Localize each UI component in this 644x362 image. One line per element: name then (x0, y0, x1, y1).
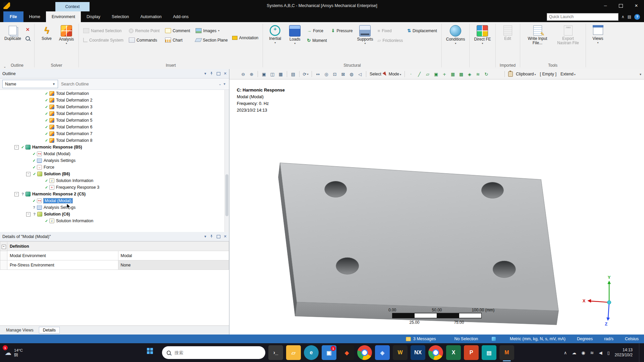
browser-app-icon[interactable] (357, 345, 372, 360)
messages-button[interactable]: 3 Messages (406, 337, 436, 341)
tree-item[interactable]: ✓Solution Information (0, 177, 229, 184)
mode-dropdown[interactable]: Mode▾ (388, 72, 402, 76)
tree-item-label[interactable]: Harmonic Response 2 (C5) (32, 192, 86, 196)
tree-item-label[interactable]: Solution (C6) (44, 212, 70, 217)
image-capture-icon[interactable]: ▣ (260, 70, 268, 78)
app-blue-icon[interactable]: ◈ (375, 345, 390, 360)
minimize-button[interactable]: ─ (598, 0, 613, 11)
tab-automation[interactable]: Automation (135, 11, 167, 22)
tree-item-label[interactable]: Solution Information (56, 219, 93, 223)
title-bar[interactable]: Context Systems A,B,C - Mechanical [Ansy… (0, 0, 644, 11)
rotate-view-icon[interactable]: ⟳▾ (302, 70, 309, 78)
extend-selection-icon[interactable]: ≋ (474, 70, 482, 78)
ribbon-collapse-icon[interactable]: ⌄ (3, 65, 6, 68)
duplicate-button[interactable]: Duplicate (3, 24, 23, 41)
tree-item[interactable]: ✓Analysis Settings (0, 157, 229, 164)
copy-view-icon[interactable]: ▤ (289, 70, 297, 78)
node-filter-icon[interactable]: + (441, 70, 448, 78)
tab-details[interactable]: Details (39, 327, 60, 334)
ansys-mechanical-icon[interactable]: M (499, 345, 514, 360)
tree-item-label[interactable]: Force (44, 165, 54, 170)
frictionless-support-button[interactable]: ▱Frictionless (376, 36, 405, 45)
outline-search-input[interactable] (60, 80, 216, 88)
supports-button[interactable]: Supports ▾ (355, 24, 375, 45)
tree-item[interactable]: −✓Harmonic Response (B5) (0, 144, 229, 150)
tree-item[interactable]: ✓Frequency Response 3 (0, 184, 229, 191)
tab-file[interactable]: File (3, 11, 23, 22)
maximize-button[interactable] (613, 0, 629, 11)
tab-selection[interactable]: Selection (106, 11, 135, 22)
tree-expander-icon[interactable]: − (26, 212, 31, 217)
tree-item[interactable]: ?Analysis Settings (0, 204, 229, 211)
tree-item[interactable]: ✓Total Deformation 6 (0, 124, 229, 130)
tree-item[interactable]: ✓Total Deformation (0, 90, 229, 97)
close-button[interactable]: ✕ (629, 0, 644, 11)
network-icon[interactable]: ≋ (590, 350, 594, 355)
details-pane-header[interactable]: Details of "Modal (Modal)" ▾ ✕ (0, 232, 229, 241)
taskbar-search[interactable] (162, 346, 265, 359)
terminal-app-icon[interactable]: ›_ (268, 345, 283, 360)
pane-menu-icon[interactable]: ▾ (204, 71, 206, 76)
weather-widget[interactable]: 1 ☁ 14°C 阴 (0, 343, 48, 362)
moment-button[interactable]: ↻Moment (305, 36, 328, 45)
force-button[interactable]: →Force (305, 26, 328, 35)
float-pane-icon[interactable] (217, 235, 220, 238)
toolbar-overflow-icon[interactable]: ▾ (640, 72, 641, 76)
tree-item-label[interactable]: Total Deformation (56, 91, 89, 96)
microphone-icon[interactable]: ◉ (581, 350, 585, 355)
tab-manage-views[interactable]: Manage Views (2, 327, 37, 333)
tree-item-label[interactable]: Total Deformation 5 (56, 118, 92, 123)
angle-unit-status[interactable]: Degrees (577, 337, 593, 341)
edit-imported-button[interactable]: Edit (498, 24, 517, 41)
clipboard-dropdown[interactable]: Clipboard▾ (515, 72, 537, 76)
fixed-support-button[interactable]: ■Fixed (376, 26, 405, 35)
views-button[interactable]: Views ▾ (589, 24, 607, 44)
help-icon[interactable]: ? (634, 14, 640, 20)
app-teal-icon[interactable]: ▤ (482, 345, 496, 360)
close-pane-icon[interactable]: ✕ (224, 71, 227, 76)
find-button[interactable] (24, 35, 32, 41)
pin-icon[interactable] (210, 71, 213, 76)
coordinate-triad[interactable]: Y X Z (583, 275, 611, 326)
float-pane-icon[interactable] (217, 72, 220, 75)
temperature-unit-status[interactable]: Celsius (625, 337, 639, 341)
detail-value[interactable]: None (118, 260, 229, 270)
chrome-browser-icon[interactable] (428, 345, 443, 360)
select-cursor-icon[interactable] (382, 71, 387, 77)
pressure-button[interactable]: ⇓Pressure (330, 26, 355, 35)
viewports-icon[interactable]: ◫ (269, 70, 276, 78)
tree-item-label[interactable]: Solution (B6) (44, 172, 70, 176)
face-filter-icon[interactable]: ▱ (424, 70, 431, 78)
tree-item-label[interactable]: Total Deformation 3 (56, 105, 92, 109)
tree-item-label[interactable]: Frequency Response 3 (56, 185, 99, 190)
tree-item[interactable]: ✓Force (0, 164, 229, 171)
pin-icon[interactable] (210, 234, 213, 239)
comment-button[interactable]: Comment (163, 26, 192, 35)
nx-app-icon[interactable]: NX (411, 345, 425, 360)
tree-item-label[interactable]: Total Deformation 4 (56, 111, 92, 116)
remote-point-button[interactable]: Remote Point (127, 26, 161, 35)
annotation-button[interactable]: Annotation (230, 34, 260, 42)
tree-item-label[interactable]: Total Deformation 8 (56, 138, 92, 143)
tab-addons[interactable]: Add-ons (167, 11, 195, 22)
quick-launch-input[interactable] (547, 13, 619, 21)
element-face-filter-icon[interactable]: ▦ (449, 70, 457, 78)
detail-value[interactable]: Modal (118, 251, 229, 260)
box-zoom-icon[interactable]: ⊡ (331, 70, 338, 78)
tree-expander-icon[interactable]: − (14, 145, 19, 149)
units-status[interactable]: Metric (mm, kg, N, s, mV, mA) (510, 337, 566, 341)
tab-home[interactable]: Home (23, 11, 46, 22)
pan-icon[interactable]: ↔ (314, 70, 322, 78)
chart-button[interactable]: Chart (163, 36, 192, 44)
extend-dropdown[interactable]: Extend▾ (559, 72, 577, 76)
tree-item[interactable]: ✓Total Deformation 4 (0, 110, 229, 117)
angular-velocity-unit-status[interactable]: rad/s (604, 337, 613, 341)
search-expand-icon[interactable]: ⌄ (218, 82, 221, 86)
tray-expand-icon[interactable]: ∧ (564, 350, 567, 355)
app-diamond-icon[interactable]: ◆ (339, 345, 354, 360)
inertial-button[interactable]: Inertial ▾ (266, 24, 284, 44)
previous-view-icon[interactable]: ◁ (356, 70, 364, 78)
tab-display[interactable]: Display (81, 11, 106, 22)
tree-item-label[interactable]: Modal (Modal) (44, 198, 72, 203)
zoom-mode-icon[interactable]: ◎ (323, 70, 330, 78)
